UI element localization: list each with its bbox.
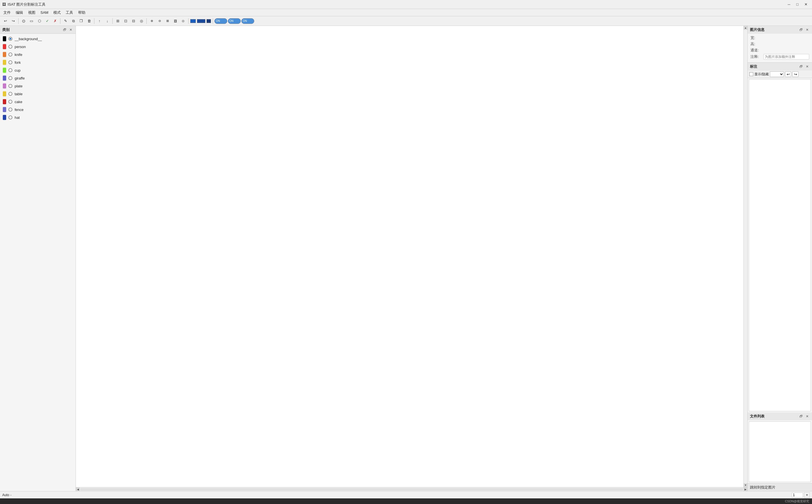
scroll-up-arrow[interactable]: ▲	[744, 26, 748, 30]
canvas-container[interactable]	[76, 26, 743, 487]
scroll-right-arrow[interactable]: ▶	[743, 487, 747, 491]
annotation-redo-button[interactable]: ↪	[792, 71, 799, 77]
category-radio-person[interactable]	[8, 45, 12, 49]
crop-button[interactable]: ⊡	[122, 17, 129, 25]
category-item-fork[interactable]: fork	[0, 58, 76, 66]
image-info-header-buttons: 🗗 ✕	[799, 27, 810, 32]
minimize-button[interactable]: ─	[785, 1, 793, 8]
toolbar-sep-5	[146, 18, 147, 24]
category-item-cake[interactable]: cake	[0, 98, 76, 106]
increment-button[interactable]: +	[804, 492, 810, 498]
category-radio-table[interactable]	[8, 92, 12, 96]
toggle-2[interactable]: ON	[228, 18, 241, 24]
file-list-close-button[interactable]: ✕	[805, 414, 810, 419]
panel-restore-button[interactable]: 🗗	[62, 27, 67, 32]
category-item-hat[interactable]: hat	[0, 113, 76, 121]
color-block-3[interactable]	[207, 19, 211, 23]
category-name-cake: cake	[15, 100, 22, 104]
toolbar-sep-4	[112, 18, 113, 24]
category-radio-giraffe[interactable]	[8, 76, 12, 80]
menu-edit[interactable]: 编辑	[13, 10, 25, 16]
copy-button[interactable]: ⧉	[70, 17, 77, 25]
category-radio-cup[interactable]	[8, 68, 12, 72]
mesh-button[interactable]: ⊞	[114, 17, 121, 25]
zoom-in-button[interactable]: ⊕	[148, 17, 155, 25]
category-item-person[interactable]: person	[0, 43, 76, 51]
menu-mode[interactable]: 模式	[51, 10, 63, 16]
menu-sam[interactable]: SAM	[38, 10, 51, 15]
move-up-button[interactable]: ↑	[96, 17, 103, 25]
annotation-restore-button[interactable]: 🗗	[799, 64, 804, 69]
poly-button[interactable]: ⬡	[36, 17, 43, 25]
layers-button[interactable]: ⊟	[130, 17, 137, 25]
category-radio-cake[interactable]	[8, 100, 12, 104]
paste-button[interactable]: ❐	[78, 17, 85, 25]
category-item-giraffe[interactable]: giraffe	[0, 74, 76, 82]
menu-tools[interactable]: 工具	[63, 10, 75, 16]
toolbar-sep-6	[188, 18, 189, 24]
width-row: 宽:	[750, 35, 809, 40]
lasso-button[interactable]: ⊙	[20, 17, 27, 25]
channel-row: 通道:	[750, 48, 809, 53]
annotation-undo-button[interactable]: ↩	[785, 71, 791, 77]
eye-button[interactable]: ◎	[138, 17, 145, 25]
img-info-button[interactable]: 🖼	[172, 17, 179, 25]
show-hide-label: 显示/隐藏	[754, 72, 769, 77]
edit-button[interactable]: ✎	[62, 17, 69, 25]
move-down-button[interactable]: ↓	[104, 17, 111, 25]
rect-button[interactable]: ▭	[28, 17, 35, 25]
show-hide-checkbox[interactable]	[749, 72, 753, 76]
category-item-table[interactable]: table	[0, 90, 76, 98]
category-radio-background[interactable]	[8, 37, 12, 41]
horizontal-scrollbar[interactable]: ◀ ▶	[76, 487, 747, 491]
cancel-button[interactable]: ✗	[51, 17, 59, 25]
category-radio-plate[interactable]	[8, 84, 12, 88]
close-button[interactable]: ✕	[802, 1, 810, 8]
category-item-background[interactable]: __background__	[0, 35, 76, 43]
scroll-down-arrow[interactable]: ▼	[744, 483, 748, 487]
annotation-close-button[interactable]: ✕	[805, 64, 810, 69]
scroll-left-arrow[interactable]: ◀	[76, 487, 80, 491]
undo-button[interactable]: ↩	[2, 17, 9, 25]
category-radio-knife[interactable]	[8, 53, 12, 56]
delete-button[interactable]: 🗑	[85, 17, 93, 25]
fit-button[interactable]: ⊠	[164, 17, 171, 25]
page-number-input[interactable]	[792, 492, 803, 498]
category-item-knife[interactable]: knife	[0, 51, 76, 58]
toggle-3[interactable]: ON	[241, 18, 254, 24]
category-radio-fork[interactable]	[8, 60, 12, 64]
status-separator: -	[10, 493, 12, 497]
menu-help[interactable]: 帮助	[76, 10, 88, 16]
panel-close-button[interactable]: ✕	[68, 27, 73, 32]
horizontal-scroll-track[interactable]	[80, 488, 743, 491]
color-block-2[interactable]	[197, 19, 205, 23]
toggle-1[interactable]: ON	[214, 18, 227, 24]
vertical-scrollbar[interactable]: ▲ ▼	[743, 26, 747, 487]
category-radio-fence[interactable]	[8, 108, 12, 112]
cursor-button[interactable]: ◎	[180, 17, 187, 25]
image-info-title: 图片信息	[750, 27, 765, 32]
category-name-hat: hat	[15, 115, 20, 120]
maximize-button[interactable]: □	[793, 1, 801, 8]
category-item-fence[interactable]: fence	[0, 106, 76, 113]
image-info-restore-button[interactable]: 🗗	[799, 27, 804, 32]
annotation-dropdown[interactable]	[770, 71, 784, 77]
category-item-cup[interactable]: cup	[0, 66, 76, 74]
category-color-person	[3, 44, 6, 49]
category-color-fence	[3, 107, 6, 112]
menu-bar: 文件 编辑 视图 SAM 模式 工具 帮助	[0, 9, 812, 16]
file-list-title: 文件列表	[750, 414, 765, 419]
zoom-out-button[interactable]: ⊖	[156, 17, 163, 25]
note-input[interactable]	[763, 54, 809, 60]
confirm-button[interactable]: ✓	[44, 17, 51, 25]
toolbar-sep-7	[213, 18, 213, 24]
file-list-restore-button[interactable]: 🗗	[799, 414, 804, 419]
category-item-plate[interactable]: plate	[0, 82, 76, 90]
category-radio-hat[interactable]	[8, 115, 12, 119]
image-info-close-button[interactable]: ✕	[805, 27, 810, 32]
menu-file[interactable]: 文件	[1, 10, 13, 16]
color-block-1[interactable]	[190, 19, 196, 23]
toggle-2-label: ON	[229, 19, 233, 22]
menu-view[interactable]: 视图	[26, 10, 38, 16]
redo-button[interactable]: ↪	[10, 17, 17, 25]
